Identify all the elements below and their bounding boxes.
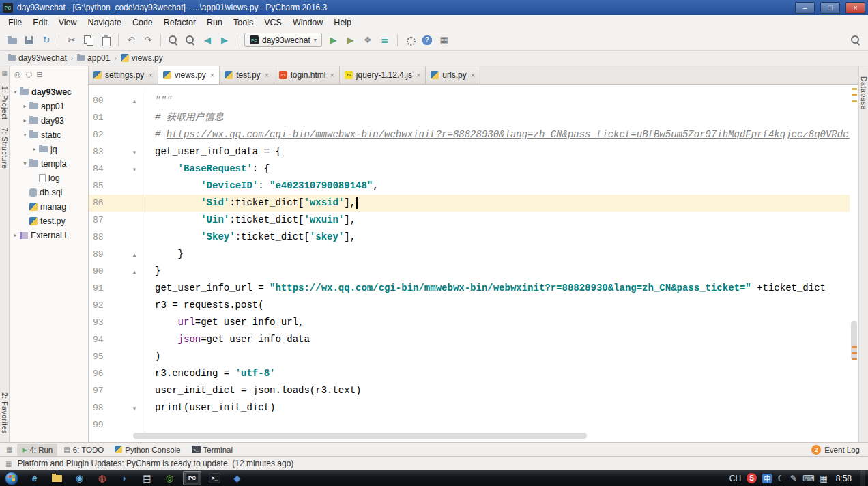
- menu-run[interactable]: Run: [201, 16, 228, 29]
- run-button[interactable]: ▶: [326, 33, 342, 48]
- chevron-collapsed-icon[interactable]: ▸: [21, 117, 29, 124]
- tab-urls-py[interactable]: urls.py×: [426, 66, 480, 84]
- fold-marker[interactable]: ▾: [124, 166, 145, 173]
- breadcrumb-item-views-py[interactable]: views.py: [118, 53, 166, 63]
- menu-window[interactable]: Window: [287, 16, 328, 29]
- close-button[interactable]: ×: [845, 2, 865, 14]
- moon-icon[interactable]: ☾: [777, 474, 785, 483]
- fold-marker[interactable]: ▾: [124, 149, 145, 156]
- code-line-90[interactable]: 90▴}: [89, 263, 850, 280]
- language-indicator[interactable]: CH: [729, 474, 741, 483]
- menu-refactor[interactable]: Refactor: [158, 16, 201, 29]
- warning-stripe-mark[interactable]: [852, 352, 857, 354]
- menu-edit[interactable]: Edit: [27, 16, 53, 29]
- horizontal-scrollbar[interactable]: [133, 433, 845, 439]
- toolwindow-button-database[interactable]: Database: [860, 76, 868, 110]
- toolwindow-tab-4-run[interactable]: ▶4: Run: [17, 444, 57, 456]
- green-app-icon[interactable]: ◎: [160, 471, 179, 485]
- code-line-83[interactable]: 83▾get_user_info_data = {: [89, 143, 850, 160]
- fold-marker[interactable]: ▴: [124, 251, 145, 258]
- tree-item-external-l[interactable]: ▸External L: [10, 228, 88, 242]
- locate-file-icon[interactable]: ◎: [14, 70, 21, 79]
- toolwindow-button-2-favorites[interactable]: 2: Favorites: [1, 392, 9, 434]
- horizontal-scrollbar-thumb[interactable]: [133, 433, 587, 439]
- project-settings-gear-icon[interactable]: [26, 72, 32, 78]
- close-tab-icon[interactable]: ×: [210, 71, 214, 79]
- toolwindow-button-7-structure[interactable]: 7: Structure: [1, 128, 9, 169]
- grid-icon[interactable]: ▦: [820, 474, 827, 483]
- close-tab-icon[interactable]: ×: [471, 71, 475, 79]
- menu-help[interactable]: Help: [328, 16, 357, 29]
- fold-marker[interactable]: ▴: [124, 268, 145, 275]
- code-line-98[interactable]: 98▾print(user_init_dict): [89, 399, 850, 416]
- code-line-81[interactable]: 81# 获取用户信息: [89, 109, 850, 126]
- breadcrumb-item-app01[interactable]: app01: [74, 53, 113, 63]
- toolwindow-tab-python-console[interactable]: Python Console: [110, 444, 185, 456]
- project-structure-icon[interactable]: ▦: [436, 33, 452, 48]
- menu-navigate[interactable]: Navigate: [83, 16, 127, 29]
- tree-item-db-sql[interactable]: db.sql: [10, 185, 88, 199]
- close-tab-icon[interactable]: ×: [265, 71, 269, 79]
- browser-icon[interactable]: ◍: [93, 471, 111, 485]
- tree-item-jq[interactable]: ▸jq: [10, 142, 88, 156]
- tab-login-html[interactable]: <>login.html×: [274, 66, 340, 84]
- menu-view[interactable]: View: [53, 16, 83, 29]
- code-line-89[interactable]: 89▴ }: [89, 246, 850, 263]
- breadcrumb-item-day93wechat[interactable]: day93wechat: [5, 53, 70, 63]
- start-button[interactable]: [5, 472, 18, 485]
- pen-icon[interactable]: ✎: [790, 474, 797, 483]
- editor[interactable]: 80▴"""81# 获取用户信息82# https://wx.qq.com/cg…: [89, 85, 858, 442]
- fold-marker[interactable]: ▴: [124, 98, 145, 104]
- tab-views-py[interactable]: views.py×: [158, 66, 220, 84]
- event-log-button[interactable]: 2 Event Log: [811, 445, 865, 455]
- tree-item-manag[interactable]: manag: [10, 199, 88, 214]
- chevron-expanded-icon[interactable]: ▾: [21, 132, 29, 138]
- find-icon[interactable]: [165, 33, 182, 48]
- tab-settings-py[interactable]: settings.py×: [89, 66, 158, 84]
- media-player-icon[interactable]: ◉: [70, 471, 89, 485]
- qq-icon[interactable]: ◗: [115, 471, 134, 485]
- redo-icon[interactable]: ↷: [140, 33, 156, 48]
- menu-code[interactable]: Code: [127, 16, 158, 29]
- toolwindow-grid-icon[interactable]: ▦: [1, 70, 8, 76]
- tree-item-app01[interactable]: ▸app01: [10, 99, 88, 113]
- debug-icon[interactable]: ❖: [360, 33, 376, 48]
- maximize-button[interactable]: □: [820, 2, 840, 14]
- pycharm-console-icon[interactable]: PC: [183, 471, 201, 485]
- keyboard-icon[interactable]: ⌨: [802, 474, 814, 483]
- tree-item-log[interactable]: log: [10, 171, 88, 185]
- vertical-scrollbar[interactable]: [850, 85, 858, 442]
- code-line-86[interactable]: 86 'Sid':ticket_dict['wxsid'],: [89, 195, 850, 212]
- copy-icon[interactable]: [81, 33, 97, 48]
- code-line-93[interactable]: 93 url=get_user_info_url,: [89, 314, 850, 331]
- minimize-button[interactable]: –: [795, 2, 815, 14]
- chevron-expanded-icon[interactable]: ▾: [12, 89, 19, 95]
- code-line-97[interactable]: 97user_init_dict = json.loads(r3.text): [89, 382, 850, 399]
- tree-item-static[interactable]: ▾static: [10, 128, 88, 142]
- show-desktop-button[interactable]: [860, 470, 865, 486]
- console-icon[interactable]: ≣: [377, 33, 393, 48]
- chevron-collapsed-icon[interactable]: ▸: [12, 232, 19, 238]
- paste-icon[interactable]: [98, 33, 114, 48]
- toolwindow-quick-access-icon[interactable]: ▦: [5, 460, 12, 468]
- chevron-collapsed-icon[interactable]: ▸: [21, 103, 29, 109]
- code-line-85[interactable]: 85 'DeviceID': "e402310790089148",: [89, 177, 850, 195]
- close-tab-icon[interactable]: ×: [148, 71, 152, 79]
- code-line-95[interactable]: 95): [89, 348, 850, 365]
- search-everywhere-icon[interactable]: [848, 33, 864, 48]
- help-icon[interactable]: ?: [419, 33, 435, 48]
- notepad-icon[interactable]: ▤: [138, 471, 156, 485]
- code-line-84[interactable]: 84▾ 'BaseRequest': {: [89, 160, 850, 177]
- synchronize-icon[interactable]: ↻: [38, 33, 55, 48]
- code-line-94[interactable]: 94 json=get_user_info_data: [89, 331, 850, 348]
- undo-icon[interactable]: ↶: [123, 33, 139, 48]
- warning-stripe-mark[interactable]: [852, 346, 857, 348]
- menu-vcs[interactable]: VCS: [259, 16, 287, 29]
- cmd-icon[interactable]: >_: [205, 471, 224, 485]
- menu-file[interactable]: File: [3, 16, 27, 29]
- chevron-collapsed-icon[interactable]: ▸: [31, 146, 38, 152]
- menu-tools[interactable]: Tools: [228, 16, 259, 29]
- toolwindow-tab-terminal[interactable]: >_Terminal: [187, 444, 237, 456]
- code-line-96[interactable]: 96r3.encoding = 'utf-8': [89, 365, 850, 382]
- run-coverage-icon[interactable]: ▶: [343, 33, 359, 48]
